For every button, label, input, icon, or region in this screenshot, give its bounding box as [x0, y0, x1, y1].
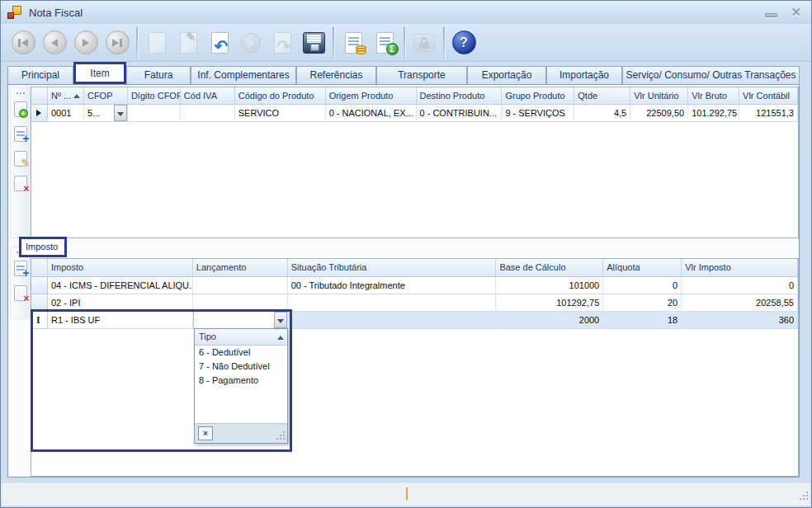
tab-item[interactable]: Item [73, 62, 126, 84]
tab-referencias[interactable]: Referências [296, 66, 376, 84]
cell-vlr-unitario[interactable]: 22509,50 [630, 105, 688, 122]
cell-imposto[interactable]: 02 - IPI [48, 294, 193, 312]
toolbar-grip-icon[interactable] [17, 92, 18, 94]
tab-transporte[interactable]: Transporte [376, 66, 467, 84]
edit-item-button[interactable]: ✎ [12, 148, 30, 168]
column-header-imposto[interactable]: Imposto [48, 259, 193, 277]
dropdown-column-header[interactable]: Tipo [195, 329, 287, 346]
cell-digito-cfop[interactable] [128, 105, 181, 122]
cell-situacao[interactable] [288, 312, 497, 329]
close-filter-button[interactable]: × [198, 426, 213, 440]
tabstrip: Principal Item Fatura Inf. Complementare… [7, 64, 800, 84]
new-record-button[interactable] [141, 26, 172, 60]
nav-next-button[interactable] [70, 26, 102, 60]
cell-lancamento-editor[interactable] [193, 312, 288, 329]
close-button[interactable]: ✕ [791, 5, 801, 20]
tab-imposto[interactable]: Imposto [19, 237, 67, 257]
resize-grip-icon[interactable] [283, 431, 285, 433]
cell-aliquota[interactable]: 18 [603, 312, 682, 329]
cell-imposto[interactable]: 04 - ICMS - DIFERENCIAL ALIQU... [48, 277, 193, 294]
cell-qtde[interactable]: 4,5 [574, 105, 630, 122]
column-header-vlr-bruto[interactable]: Vlr Bruto [688, 87, 739, 105]
add-imposto-button[interactable]: + [12, 258, 30, 278]
column-header-vlr-unitario[interactable]: Vlr Unitário [630, 87, 688, 105]
column-header-codigo-produto[interactable]: Código do Produto [235, 87, 326, 105]
column-header-numero[interactable]: Nº ... [48, 87, 84, 105]
tab-principal[interactable]: Principal [7, 66, 73, 84]
nav-last-button[interactable] [102, 26, 133, 60]
cell-base-calculo[interactable]: 101292,75 [496, 294, 603, 312]
cell-situacao[interactable]: 00 - Tributado Integralmente [288, 277, 497, 294]
cell-lancamento[interactable] [193, 294, 288, 312]
dropdown-option[interactable]: 6 - Dedutível [195, 346, 287, 360]
cell-vlr-imposto[interactable]: 0 [682, 277, 798, 294]
column-header-aliquota[interactable]: Alíquota [603, 259, 682, 277]
cell-vlr-imposto[interactable]: 20258,55 [682, 294, 798, 312]
column-header-situacao-tributaria[interactable]: Situação Tributária [288, 259, 497, 277]
column-header-origem-produto[interactable]: Origem Produto [326, 87, 417, 105]
column-header-vlr-contabil[interactable]: Vlr Contábil [739, 87, 798, 105]
cell-cfop[interactable]: 5... [84, 105, 128, 122]
cell-vlr-bruto[interactable]: 101.292,75 [688, 105, 739, 122]
cell-base-calculo[interactable]: 101000 [496, 277, 603, 294]
cell-vlr-imposto[interactable]: 360 [682, 312, 798, 329]
cell-numero[interactable]: 0001 [48, 105, 84, 122]
cfop-dropdown-button[interactable] [114, 105, 127, 121]
help-button[interactable]: ? [448, 26, 479, 60]
toolbar-grip-icon[interactable] [17, 252, 18, 253]
window-resize-grip-icon[interactable] [806, 492, 808, 493]
invoice-values-button[interactable] [338, 26, 369, 60]
tab-fatura[interactable]: Fatura [126, 66, 191, 84]
cell-origem-produto[interactable]: 0 - NACIONAL, EX... [326, 105, 417, 122]
cell-base-calculo[interactable]: 2000 [496, 312, 603, 329]
current-row-arrow-icon [36, 110, 41, 116]
lancamento-editor-value[interactable] [193, 312, 274, 328]
cell-aliquota[interactable]: 0 [603, 277, 682, 294]
totals-button[interactable]: Σ [369, 26, 400, 60]
dropdown-option[interactable]: 8 - Pagamento [195, 374, 287, 388]
column-header-cod-iva[interactable]: Cód IVA [181, 87, 235, 105]
column-header-grupo-produto[interactable]: Grupo Produto [502, 87, 574, 105]
column-header-qtde[interactable]: Qtde [574, 87, 630, 105]
dropdown-option[interactable]: 7 - Não Dedutível [195, 360, 287, 374]
cell-destino-produto[interactable]: 0 - CONTRIBUIN... [417, 105, 503, 122]
nav-previous-button[interactable] [39, 26, 70, 60]
cancel-button[interactable]: × [235, 26, 267, 60]
cell-imposto[interactable]: R1 - IBS UF [48, 312, 193, 329]
cfop-editor-value[interactable]: 5... [84, 105, 114, 121]
tab-importacao[interactable]: Importação [546, 66, 622, 84]
question-mark-icon: ? [452, 31, 476, 54]
column-header-lancamento[interactable]: Lançamento [193, 259, 288, 277]
cell-situacao[interactable] [288, 294, 497, 312]
cell-aliquota[interactable]: 20 [603, 294, 682, 312]
edit-record-button[interactable]: ✎ [172, 26, 204, 60]
save-button[interactable] [298, 26, 329, 60]
cell-grupo-produto[interactable]: 9 - SERVIÇOS [502, 105, 574, 122]
next-record-icon [74, 31, 98, 54]
window-title: Nota Fiscal [29, 7, 83, 19]
tab-servico-consumo[interactable]: Serviço/ Consumo/ Outras Transações [622, 66, 800, 84]
column-header-vlr-imposto[interactable]: Vlr Imposto [682, 259, 798, 277]
delete-item-button[interactable]: × [12, 173, 30, 193]
minimize-button[interactable] [765, 13, 777, 17]
lock-button[interactable] [408, 26, 440, 60]
tab-exportacao[interactable]: Exportação [467, 66, 546, 84]
item-grid-toolbar: + + ✎ × [10, 87, 31, 238]
add-item-button[interactable]: + [12, 99, 30, 119]
cell-vlr-contabil[interactable]: 121551,3 [739, 105, 798, 122]
delete-imposto-button[interactable]: × [12, 283, 30, 303]
lock-icon [413, 34, 435, 52]
redo-button[interactable]: ↷ [267, 26, 298, 60]
tab-inf-complementares[interactable]: Inf. Complementares [191, 66, 296, 84]
cell-lancamento[interactable] [193, 277, 288, 294]
cell-cod-iva[interactable] [181, 105, 235, 122]
cell-codigo-produto[interactable]: SERVICO [235, 105, 326, 122]
column-header-cfop[interactable]: CFOP [84, 87, 128, 105]
lancamento-dropdown-button[interactable] [274, 312, 287, 328]
nav-first-button[interactable] [7, 26, 39, 60]
column-header-base-calculo[interactable]: Base de Cálculo [496, 259, 603, 277]
column-header-digito-cfop[interactable]: Dígito CFOP [128, 87, 181, 105]
insert-item-button[interactable]: + [12, 124, 30, 143]
undo-button[interactable]: ↶ [204, 26, 235, 60]
column-header-destino-produto[interactable]: Destino Produto [417, 87, 503, 105]
